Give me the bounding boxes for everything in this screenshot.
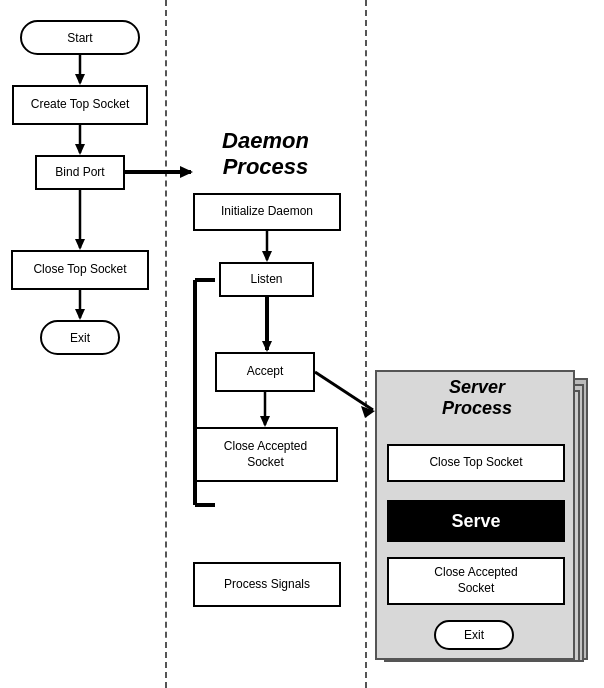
start-node: Start (20, 20, 140, 55)
create-top-socket-node: Create Top Socket (12, 85, 148, 125)
close-top-socket-server-node: Close Top Socket (387, 444, 565, 482)
exit-server-node: Exit (434, 620, 514, 650)
close-accepted-socket-daemon-node: Close AcceptedSocket (193, 427, 338, 482)
daemon-section-label: DaemonProcess (178, 128, 353, 180)
svg-marker-19 (260, 416, 270, 427)
accept-node: Accept (215, 352, 315, 392)
exit-left-node: Exit (40, 320, 120, 355)
svg-marker-9 (75, 309, 85, 320)
svg-marker-7 (75, 239, 85, 250)
svg-marker-11 (262, 251, 272, 262)
serve-node: Serve (387, 500, 565, 542)
server-section-label: ServerProcess (382, 377, 572, 419)
init-daemon-node: Initialize Daemon (193, 193, 341, 231)
server-process-panel: ServerProcess Close Top Socket Serve Clo… (375, 370, 575, 660)
close-top-socket-left-node: Close Top Socket (11, 250, 149, 290)
divider-right (365, 0, 367, 688)
svg-marker-3 (75, 144, 85, 155)
svg-marker-13 (262, 341, 272, 352)
svg-marker-1 (75, 74, 85, 85)
bind-port-node: Bind Port (35, 155, 125, 190)
flow-diagram: Start Create Top Socket Bind Port Close … (0, 0, 604, 688)
divider-left (165, 0, 167, 688)
listen-node: Listen (219, 262, 314, 297)
process-signals-node: Process Signals (193, 562, 341, 607)
svg-marker-21 (361, 406, 375, 418)
close-accepted-socket-server-node: Close AcceptedSocket (387, 557, 565, 605)
